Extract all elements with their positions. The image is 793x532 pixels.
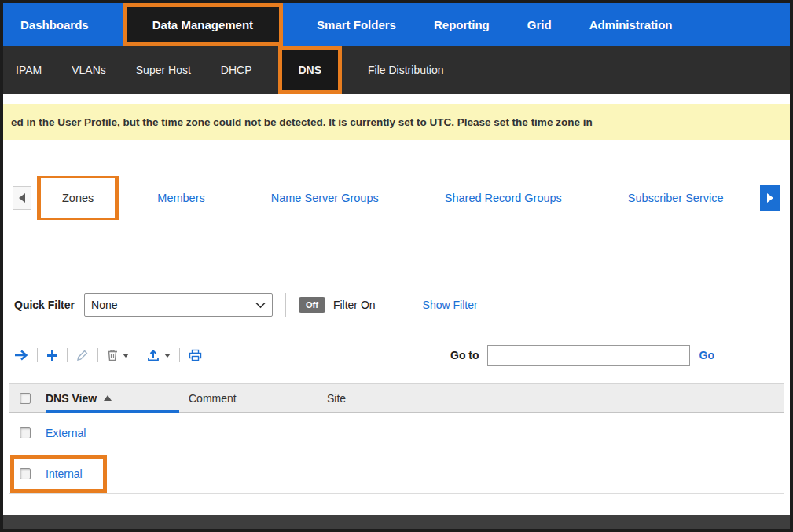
column-header-comment[interactable]: Comment (189, 384, 327, 412)
table-header-row: DNS View Comment Site (9, 383, 784, 413)
delete-menu-caret-icon (123, 354, 129, 358)
dns-view-link-external[interactable]: External (46, 427, 86, 439)
trash-icon (107, 349, 118, 361)
dns-view-link-internal[interactable]: Internal (46, 468, 83, 480)
quick-filter-selected-value: None (91, 299, 117, 311)
open-button[interactable] (14, 349, 28, 361)
toolbar-separator (179, 348, 180, 362)
tab-members[interactable]: Members (157, 192, 204, 204)
select-all-checkbox[interactable] (20, 393, 31, 404)
nav-item-grid[interactable]: Grid (527, 3, 552, 46)
chevron-left-icon (19, 193, 25, 203)
delete-button[interactable] (107, 349, 129, 361)
nav-item-dashboards[interactable]: Dashboards (20, 3, 89, 46)
go-button[interactable]: Go (699, 349, 714, 361)
pencil-icon (76, 349, 89, 361)
export-menu-caret-icon (164, 354, 171, 358)
goto-label: Go to (450, 349, 479, 361)
toolbar-separator (138, 348, 138, 362)
nav-item-smart-folders[interactable]: Smart Folders (317, 3, 396, 46)
tab-name-server-groups[interactable]: Name Server Groups (271, 192, 379, 204)
tab-scroll-left-button[interactable] (13, 186, 31, 210)
toolbar-separator (67, 348, 68, 362)
subnav-item-dhcp[interactable]: DHCP (221, 46, 252, 94)
subnav-item-file-distribution[interactable]: File Distribution (368, 46, 443, 94)
printer-icon (189, 349, 202, 361)
subnav-item-super-host[interactable]: Super Host (136, 46, 191, 94)
nav-item-data-management[interactable]: Data Management (127, 7, 279, 42)
actions-toolbar: Go to Go (3, 339, 790, 371)
quick-filter-select[interactable]: None (84, 293, 273, 317)
table-row[interactable]: Internal (9, 453, 784, 494)
nav-item-reporting[interactable]: Reporting (434, 3, 490, 46)
tab-bar: Zones Members Name Server Groups Shared … (3, 176, 790, 220)
table-row[interactable]: External (9, 413, 784, 453)
tab-subscriber-service[interactable]: Subscriber Service (628, 192, 724, 204)
timezone-warning-banner: ed in the User Profile, but the time zon… (3, 104, 790, 140)
chevron-right-icon (767, 193, 773, 203)
header-checkbox-cell (9, 384, 46, 412)
dns-views-table: DNS View Comment Site External (9, 383, 784, 494)
edit-button[interactable] (76, 349, 89, 361)
goto-group: Go to Go (450, 345, 714, 366)
quick-filter-bar: Quick Filter None Off Filter On Show Fil… (3, 292, 790, 317)
filter-on-label: Filter On (333, 299, 376, 311)
sort-ascending-icon (104, 395, 112, 401)
filter-separator (285, 293, 286, 317)
quick-filter-label: Quick Filter (14, 299, 75, 311)
dns-zones-panel: Zones Members Name Server Groups Shared … (3, 140, 790, 515)
upload-icon (147, 349, 160, 361)
bottom-bar (3, 515, 790, 529)
tab-zones[interactable]: Zones (41, 178, 115, 218)
tab-shared-record-groups[interactable]: Shared Record Groups (445, 192, 562, 204)
row-checkbox[interactable] (20, 468, 31, 479)
toolbar-separator (37, 348, 38, 362)
subnav-item-ipam[interactable]: IPAM (16, 46, 42, 94)
column-header-dns-view[interactable]: DNS View (46, 384, 189, 412)
app-window: Dashboards Data Management Smart Folders… (0, 0, 793, 532)
tab-scroll-right-button[interactable] (760, 185, 780, 211)
row-checkbox-cell (9, 427, 46, 438)
print-button[interactable] (189, 349, 202, 361)
subnav-item-dns[interactable]: DNS (282, 50, 339, 90)
add-button[interactable] (46, 350, 58, 361)
goto-input[interactable] (487, 345, 690, 366)
annotated-internal-row-target: Internal (14, 459, 103, 489)
plus-icon (46, 350, 58, 361)
export-button[interactable] (147, 349, 171, 361)
show-filter-link[interactable]: Show Filter (423, 299, 478, 311)
nav-item-administration[interactable]: Administration (589, 3, 673, 46)
timezone-warning-text: ed in the User Profile, but the time zon… (11, 116, 593, 128)
toolbar-separator (97, 348, 98, 362)
column-header-site[interactable]: Site (327, 384, 784, 412)
arrow-right-icon (14, 349, 28, 361)
main-nav: Dashboards Data Management Smart Folders… (3, 3, 790, 46)
filter-toggle-button[interactable]: Off (299, 297, 325, 313)
subnav-item-vlans[interactable]: VLANs (72, 46, 106, 94)
spacer (3, 94, 790, 104)
sorted-column-indicator (46, 410, 179, 413)
row-checkbox[interactable] (20, 427, 31, 438)
sub-nav: IPAM VLANs Super Host DHCP DNS File Dist… (3, 46, 790, 94)
chevron-down-icon (255, 302, 266, 309)
